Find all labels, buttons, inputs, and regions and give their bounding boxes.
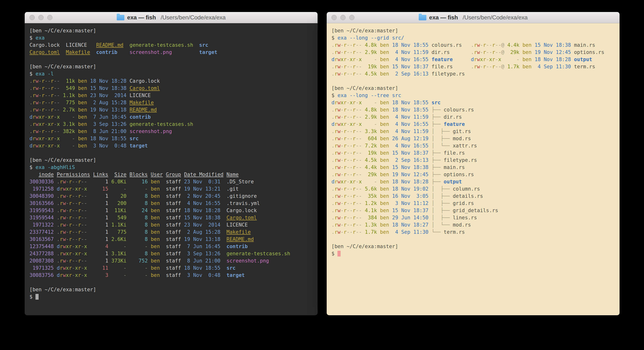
terminal-line: drwxr-xr-x - ben 18 Nov 18:28 ├── output: [332, 178, 615, 185]
terminal-line: .rw-r--r-- 2.7k ben 19 Nov 13:18 README.…: [30, 106, 313, 114]
terminal-line: .rw-r--r-- 382k ben 8 Jun 21:00 screensh…: [30, 128, 313, 135]
terminal-window-right: exa — fish /Users/ben/Code/exa/exa [ben …: [327, 12, 620, 315]
cursor-block: [338, 251, 340, 256]
window-title-app: exa — fish: [127, 14, 156, 21]
terminal-line: [30, 279, 313, 286]
terminal-line: $ exa -l: [30, 70, 313, 78]
terminal-line: $: [30, 293, 313, 300]
window-controls: [332, 12, 354, 23]
terminal-line: .rw-r--r-- 4.5k ben 2 Sep 16:13 filetype…: [332, 70, 615, 78]
terminal-line: .rw-r--r-- 3.3k ben 4 Nov 11:59 │ ├── gi…: [332, 128, 615, 135]
terminal-line: [30, 149, 313, 156]
terminal-line: .rw-r--r-- 5.6k ben 18 Nov 19:02 │ ├── c…: [332, 185, 615, 192]
titlebar[interactable]: exa — fish /Users/ben/Code/exa/exa: [327, 12, 620, 23]
terminal-line: .rwxr-xr-x 3.1k ben 3 Sep 13:26 generate…: [30, 120, 313, 128]
terminal-line: $ exa -abghHliS: [30, 164, 313, 171]
terminal-line: 31959544 .rw-r--r-- 1 549 8 ben staff 15…: [30, 214, 313, 221]
terminal-line: 1971325 drwxr-xr-x 11 - - ben staff 18 N…: [30, 264, 313, 272]
terminal-line: .rw-r--r-- 1.1k ben 23 Nov 2014 LICENCE: [30, 92, 313, 99]
terminal-line: $ exa --long --tree src: [332, 92, 615, 99]
terminal-line: .rw-r--r-- 384 ben 29 Jun 14:50 │ ├── li…: [332, 214, 615, 221]
window-title: exa — fish /Users/ben/Code/exa/exa: [419, 14, 528, 21]
terminal-line: .rw-r--r-- 29k ben 19 Nov 12:45 ├── opti…: [332, 171, 615, 178]
window-title: exa — fish /Users/ben/Code/exa/exa: [117, 14, 226, 21]
terminal-line: inode Permissions Links Size Blocks User…: [30, 171, 313, 178]
window-title-path: /Users/ben/Code/exa/exa: [161, 14, 226, 21]
terminal-line: drwxr-xr-x - ben 18 Nov 18:55 src: [332, 99, 615, 106]
terminal-line: 30048390 .rw-r--r-- 1 20 8 ben staff 2 N…: [30, 192, 313, 200]
terminal-line: [ben ~/C/e/exa:master]: [332, 27, 615, 34]
terminal-content[interactable]: [ben ~/C/e/exa:master]$ exaCargo.lock LI…: [25, 23, 318, 315]
zoom-button[interactable]: [47, 15, 52, 20]
window-title-path: /Users/ben/Code/exa/exa: [463, 14, 528, 21]
terminal-line: .rw-r--r-- 19k ben 15 Nov 18:37 file.rs …: [332, 63, 615, 70]
terminal-line: 23377412 .rw-r--r-- 1 775 8 ben staff 2 …: [30, 228, 313, 236]
terminal-line: .rw-r--r-- 4.8k ben 18 Nov 18:55 ├── col…: [332, 106, 615, 114]
titlebar[interactable]: exa — fish /Users/ben/Code/exa/exa: [25, 12, 318, 23]
terminal-line: .rw-r--r-- 4.5k ben 2 Sep 16:13 ├── file…: [332, 156, 615, 164]
terminal-content[interactable]: [ben ~/C/e/exa:master]$ exa --long --gri…: [327, 23, 620, 315]
zoom-button[interactable]: [349, 15, 354, 20]
terminal-line: [30, 56, 313, 63]
terminal-line: .rw-r--r-- 11k ben 18 Nov 18:28 Cargo.lo…: [30, 78, 313, 84]
terminal-line: [ben ~/C/e/exa:master]: [30, 156, 313, 164]
cursor-block: [36, 294, 38, 300]
close-button[interactable]: [332, 15, 337, 20]
terminal-line: 12375448 drwxr-xr-x 4 - - ben staff 7 Ju…: [30, 243, 313, 250]
terminal-line: .rw-r--r-- 4.1k ben 15 Nov 18:37 │ ├── g…: [332, 207, 615, 214]
terminal-line: 30163566 .rw-r--r-- 1 200 8 ben staff 4 …: [30, 200, 313, 207]
terminal-line: 30163567 .rw-r--r-- 1 2.6Ki 8 ben staff …: [30, 236, 313, 243]
terminal-line: [ben ~/C/e/exa:master]: [30, 63, 313, 70]
terminal-line: .rw-r--r-- 2.9k ben 4 Nov 11:59 dir.rs .…: [332, 49, 615, 56]
terminal-line: .rw-r--r-- 1.3k ben 18 Nov 18:27 │ └── m…: [332, 221, 615, 228]
terminal-line: .rw-r--r-- 7.2k ben 4 Nov 16:55 │ └── xa…: [332, 142, 615, 149]
terminal-line: [ben ~/C/e/exa:master]: [30, 286, 313, 293]
terminal-line: drwxr-xr-x - ben 18 Nov 18:55 src: [30, 135, 313, 142]
terminal-line: 30083756 drwxr-xr-x 3 - - ben staff 3 No…: [30, 272, 313, 279]
terminal-line: .rw-r--r-- 2.9k ben 4 Nov 11:59 ├── dir.…: [332, 114, 615, 120]
terminal-line: $: [332, 250, 615, 257]
terminal-line: [332, 236, 615, 243]
terminal-line: .rw-r--r-- 19k ben 15 Nov 18:37 ├── file…: [332, 149, 615, 156]
terminal-line: 1971322 .rw-r--r-- 1 1.1Ki 8 ben staff 2…: [30, 221, 313, 228]
terminal-line: $ exa --long --grid src/: [332, 34, 615, 42]
folder-icon: [419, 15, 426, 20]
terminal-line: .rw-r--r-- 549 ben 15 Nov 18:38 Cargo.to…: [30, 84, 313, 92]
terminal-line: .rw-r--r-- 35k ben 16 Nov 3:05 │ ├── det…: [332, 192, 615, 200]
terminal-line: .rw-r--r-- 1.2k ben 3 Nov 11:12 │ ├── gr…: [332, 200, 615, 207]
minimize-button[interactable]: [340, 15, 346, 20]
window-controls: [30, 12, 52, 23]
window-title-app: exa — fish: [429, 14, 458, 21]
terminal-line: drwxr-xr-x - ben 7 Jun 16:45 contrib: [30, 114, 313, 120]
terminal-line: .rw-r--r-- 1.7k ben 4 Sep 11:30 └── term…: [332, 228, 615, 236]
terminal-line: drwxr-xr-x - ben 3 Nov 0:48 target: [30, 142, 313, 149]
terminal-line: [332, 78, 615, 84]
terminal-line: 20087308 .rw-r--r-- 1 373Ki 752 ben staf…: [30, 257, 313, 264]
terminal-line: [ben ~/C/e/exa:master]: [30, 27, 313, 34]
terminal-window-left: exa — fish /Users/ben/Code/exa/exa [ben …: [25, 12, 318, 315]
terminal-line: drwxr-xr-x - ben 4 Nov 16:55 feature drw…: [332, 56, 615, 63]
folder-icon: [117, 15, 124, 20]
terminal-line: 24377288 .rwxr-xr-x 1 3.1Ki 8 ben staff …: [30, 250, 313, 257]
terminal-line: 30030336 .rw-r--r-- 1 6.0Ki 16 ben staff…: [30, 178, 313, 185]
terminal-line: .rw-r--r-- 4.8k ben 18 Nov 18:55 colours…: [332, 42, 615, 49]
close-button[interactable]: [30, 15, 35, 20]
terminal-line: .rw-r--r-- 775 ben 2 Aug 15:28 Makefile: [30, 99, 313, 106]
minimize-button[interactable]: [38, 15, 44, 20]
terminal-line: [ben ~/C/e/exa:master]: [332, 243, 615, 250]
terminal-line: Cargo.lock LICENCE README.md generate-te…: [30, 42, 313, 49]
terminal-line: 1971258 drwxr-xr-x 15 - - ben staff 19 N…: [30, 185, 313, 192]
terminal-line: $ exa: [30, 34, 313, 42]
terminal-line: .rw-r--r-- 604 ben 26 Aug 12:19 │ ├── mo…: [332, 135, 615, 142]
terminal-line: 31959543 .rw-r--r-- 1 11Ki 24 ben staff …: [30, 207, 313, 214]
terminal-line: drwxr-xr-x - ben 4 Nov 16:55 ├── feature: [332, 120, 615, 128]
terminal-line: Cargo.toml Makefile contrib screenshot.p…: [30, 49, 313, 56]
terminal-line: [ben ~/C/e/exa:master]: [332, 84, 615, 92]
terminal-line: .rw-r--r-- 4.4k ben 15 Nov 18:38 ├── mai…: [332, 164, 615, 171]
